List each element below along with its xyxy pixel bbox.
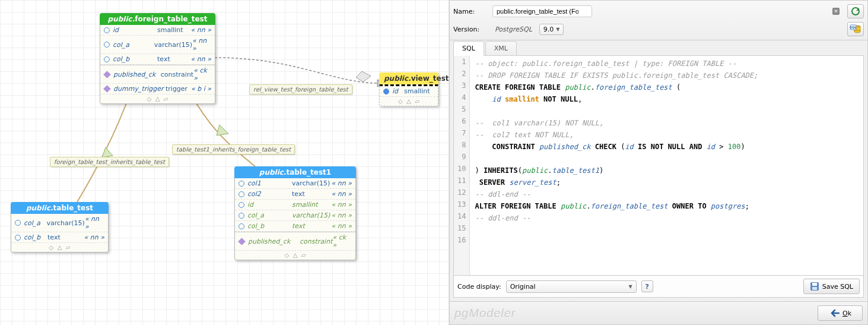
save-icon [810,282,819,291]
svg-rect-11 [812,283,817,286]
refresh-icon [850,6,861,17]
svg-marker-2 [217,125,228,135]
table-table-test1[interactable]: public.table_test1 col1varchar(15)« nn »… [234,166,356,260]
svg-text:SQL: SQL [850,26,857,29]
source-panel: Name: ✕ Version: PostgreSQL 9.0▼ SQL SQL… [449,0,868,325]
code-display-combo[interactable]: Original▼ [506,280,637,293]
ok-button[interactable]: Ok [818,305,863,321]
version-label: Version: [453,26,488,33]
version-engine: PostgreSQL [492,26,535,33]
table-header: public.table_test [11,202,109,214]
rel-label[interactable]: table_test1_inherits_foreign_table_test [172,144,295,154]
code-content: -- object: public.foreign_table_test | t… [470,56,762,275]
svg-rect-12 [812,287,817,290]
name-input[interactable] [492,5,592,17]
tab-bar: SQL XML [453,40,864,55]
tab-sql[interactable]: SQL [453,41,484,56]
rel-label[interactable]: rel_view_test_foreign_table_test [249,84,352,94]
name-label: Name: [453,8,488,15]
refresh-button[interactable] [847,4,864,18]
svg-point-4 [852,8,859,15]
svg-marker-1 [356,71,371,82]
table-header: public.table_test1 [234,166,356,178]
table-header: public.view_test [379,72,438,84]
table-footer-icons: ◇ △ ▱ [100,94,215,103]
line-gutter: 12345678910111213141516 [454,56,470,275]
code-editor[interactable]: 12345678910111213141516 -- object: publi… [453,55,864,276]
table-table-test[interactable]: public.table_test col_avarchar(15)« nn »… [11,202,109,253]
help-button[interactable]: ? [641,280,653,292]
svg-marker-3 [102,147,113,157]
code-display-label: Code display: [457,283,501,291]
sql-db-icon: SQL [850,24,861,34]
clear-icon[interactable]: ✕ [832,8,840,15]
table-foreign-table-test[interactable]: public.foreign_table_test idsmallint« nn… [100,13,215,104]
logo: pgModeler [454,307,516,320]
rel-label[interactable]: foreign_table_test_inherits_table_test [50,157,169,167]
svg-point-7 [854,30,860,33]
table-view-test[interactable]: public.view_test idsmallint ◇ △ ▱ [379,72,438,106]
ok-arrow-icon [829,309,840,317]
diagram-canvas[interactable]: public.foreign_table_test idsmallint« nn… [0,0,449,325]
table-header: public.foreign_table_test [100,13,215,25]
tab-xml[interactable]: XML [485,41,517,56]
version-combo[interactable]: 9.0▼ [539,24,564,35]
sql-icon-button[interactable]: SQL [847,22,864,36]
save-sql-button[interactable]: Save SQL [803,279,860,294]
